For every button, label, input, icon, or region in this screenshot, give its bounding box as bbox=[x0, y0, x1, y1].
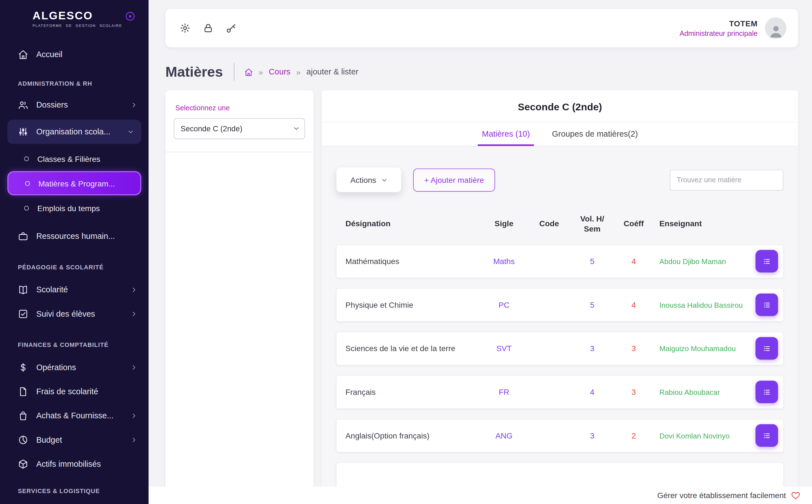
topbar: TOTEM Administrateur principale bbox=[165, 9, 798, 47]
breadcrumb: » Cours » ajouter & lister bbox=[244, 67, 358, 77]
list-icon bbox=[762, 256, 772, 266]
table-row: Anglais(Option français) ANG 3 2 Dovi Ko… bbox=[337, 419, 783, 452]
divider bbox=[165, 152, 314, 152]
home-icon bbox=[18, 49, 29, 60]
col-coeff: Coéff bbox=[613, 219, 654, 229]
topbar-icons bbox=[178, 21, 238, 35]
table-row: Sciences de la vie et de la terre SVT 3 … bbox=[337, 332, 783, 365]
list-icon bbox=[762, 387, 772, 397]
row-actions-button[interactable] bbox=[755, 381, 778, 403]
add-subject-button[interactable]: + Ajouter matière bbox=[413, 168, 495, 192]
logo-target-icon[interactable] bbox=[124, 11, 136, 22]
dollar-icon bbox=[18, 362, 29, 373]
breadcrumb-link-cours[interactable]: Cours bbox=[269, 67, 291, 77]
sidebar-section-services: SERVICES & LOGISTIQUE bbox=[0, 487, 149, 494]
actions-button[interactable]: Actions bbox=[337, 167, 401, 192]
col-code: Code bbox=[527, 219, 571, 229]
sidebar-item-operations[interactable]: Opérations bbox=[0, 356, 149, 379]
sidebar-section-finances: FINANCES & COMPTABILITÉ bbox=[0, 341, 149, 349]
cell-sigle: SVT bbox=[481, 344, 527, 353]
cell-enseignant: Dovi Komlan Novinyo bbox=[654, 431, 745, 440]
bullet-icon bbox=[25, 181, 30, 186]
divider bbox=[234, 63, 235, 81]
search-input[interactable] bbox=[670, 169, 783, 190]
cell-vol: 5 bbox=[571, 257, 613, 266]
list-icon bbox=[762, 300, 772, 310]
cell-sigle: FR bbox=[481, 388, 527, 396]
chevron-right-icon bbox=[131, 437, 137, 443]
cell-enseignant: Inoussa Halidou Bassirou bbox=[654, 300, 745, 309]
sidebar-item-actifs-immobilises[interactable]: Actifs immobilisés bbox=[0, 452, 149, 476]
cell-sigle: ANG bbox=[481, 431, 527, 440]
tab-matieres[interactable]: Matières (10) bbox=[478, 122, 534, 146]
sidebar-item-accueil[interactable]: Accueil bbox=[0, 43, 149, 66]
filter-label: Selectionnez une bbox=[175, 104, 305, 112]
sidebar-item-scolarite[interactable]: Scolarité bbox=[0, 278, 149, 302]
col-vol: Vol. H/ Sem bbox=[571, 214, 613, 234]
logo: ALGESCO PLATEFORME DE GESTION SCOLAIRE bbox=[32, 10, 148, 32]
key-icon[interactable] bbox=[224, 21, 238, 35]
user-role: Administrateur principale bbox=[680, 29, 758, 37]
footer-text: Gérer votre établissement facilement bbox=[657, 491, 786, 500]
cell-coeff: 3 bbox=[613, 388, 654, 396]
heart-icon bbox=[791, 490, 801, 500]
cell-designation: Physique et Chimie bbox=[346, 300, 481, 309]
sidebar-item-ressources-humaines[interactable]: Ressources humain... bbox=[0, 225, 149, 248]
row-actions-button[interactable] bbox=[755, 250, 778, 273]
breadcrumb-separator: » bbox=[296, 67, 301, 76]
cell-sigle: Maths bbox=[481, 257, 527, 266]
sidebar-item-label: Frais de scolarité bbox=[36, 387, 98, 396]
list-icon bbox=[762, 344, 772, 353]
cell-coeff: 3 bbox=[613, 344, 654, 353]
subjects-panel: Seconde C (2nde) Matières (10) Groupes d… bbox=[322, 90, 798, 503]
lock-icon[interactable] bbox=[201, 21, 215, 35]
chevron-right-icon bbox=[131, 311, 137, 317]
footer: Gérer votre établissement facilement bbox=[149, 487, 812, 504]
sidebar-item-organisation-scolaire[interactable]: Organisation scola... bbox=[7, 120, 141, 144]
col-sigle: Sigle bbox=[481, 219, 527, 229]
cell-sigle: PC bbox=[481, 300, 527, 309]
sidebar: ALGESCO PLATEFORME DE GESTION SCOLAIRE A… bbox=[0, 0, 149, 504]
sidebar-item-dossiers[interactable]: Dossiers bbox=[0, 94, 149, 117]
avatar[interactable] bbox=[765, 17, 787, 39]
sidebar-item-achats-fournisseurs[interactable]: Achats & Fournisse... bbox=[0, 404, 149, 428]
sidebar-item-label: Opérations bbox=[36, 363, 76, 372]
users-icon bbox=[18, 100, 29, 110]
tab-groupes-de-matieres[interactable]: Groupes de matières(2) bbox=[548, 122, 642, 146]
sidebar-item-emplois-du-temps[interactable]: Emplois du temps bbox=[0, 197, 149, 218]
sidebar-item-label: Emplois du temps bbox=[37, 204, 100, 213]
sidebar-item-label: Scolarité bbox=[36, 285, 68, 295]
cell-enseignant: Maiguizo Mouhamadou bbox=[654, 344, 745, 353]
file-icon bbox=[18, 386, 29, 397]
sliders-icon bbox=[18, 127, 29, 137]
cell-designation: Anglais(Option français) bbox=[346, 431, 481, 440]
row-actions-button[interactable] bbox=[755, 337, 778, 360]
class-filter-panel: Selectionnez une Seconde C (2nde) bbox=[165, 90, 314, 503]
toolbar: Actions + Ajouter matière bbox=[337, 167, 783, 192]
bullet-icon bbox=[24, 156, 29, 161]
book-icon bbox=[18, 284, 29, 295]
logo-subtitle: PLATEFORME DE GESTION SCOLAIRE bbox=[32, 24, 148, 27]
sidebar-section-pedagogie: PÉDAGOGIE & SCOLARITÉ bbox=[0, 263, 149, 271]
sidebar-item-label: Accueil bbox=[36, 50, 62, 59]
tabs: Matières (10) Groupes de matières(2) bbox=[322, 122, 798, 146]
sidebar-item-label: Actifs immobilisés bbox=[36, 459, 101, 469]
col-enseignant: Enseignant bbox=[654, 219, 745, 229]
sidebar-item-frais-de-scolarite[interactable]: Frais de scolarité bbox=[0, 380, 149, 403]
class-select[interactable]: Seconde C (2nde) bbox=[174, 118, 305, 139]
sidebar-item-label: Suivi des élèves bbox=[36, 309, 95, 319]
sidebar-item-budget[interactable]: Budget bbox=[0, 428, 149, 452]
table-row: Physique et Chimie PC 5 4 Inoussa Halido… bbox=[337, 288, 783, 321]
home-icon[interactable] bbox=[244, 67, 253, 76]
row-actions-button[interactable] bbox=[755, 293, 778, 316]
gear-icon[interactable] bbox=[178, 21, 192, 35]
row-actions-button[interactable] bbox=[755, 424, 778, 447]
cell-vol: 4 bbox=[571, 388, 613, 396]
user-name: TOTEM bbox=[680, 19, 758, 28]
cell-vol: 3 bbox=[571, 344, 613, 353]
sidebar-item-classes-filieres[interactable]: Classes & Filières bbox=[0, 148, 149, 169]
sidebar-item-matieres-programmes[interactable]: Matières & Program... bbox=[7, 171, 141, 195]
sidebar-item-suivi-des-eleves[interactable]: Suivi des élèves bbox=[0, 302, 149, 326]
sidebar-item-label: Budget bbox=[36, 435, 62, 445]
pie-chart-icon bbox=[18, 435, 29, 445]
